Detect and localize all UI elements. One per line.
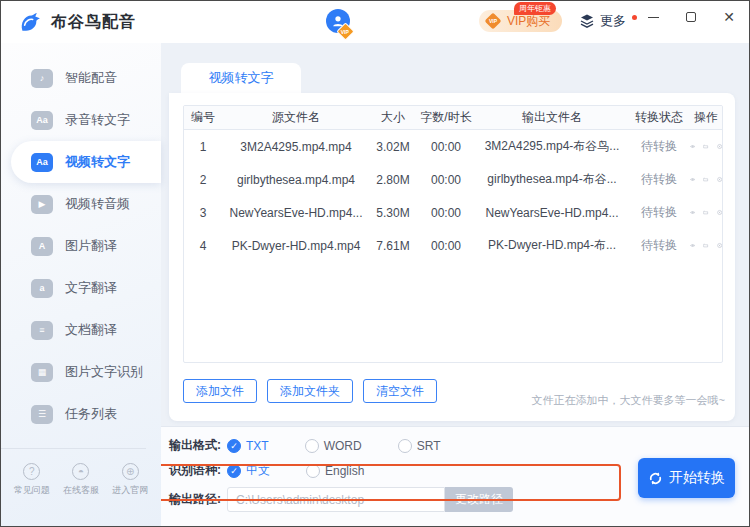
sidebar-item-label: 任务列表 <box>65 405 117 423</box>
image-ocr-icon: ▦ <box>31 363 53 382</box>
delete-icon[interactable] <box>717 139 722 154</box>
preview-eye-icon[interactable] <box>690 172 695 187</box>
official-site-link[interactable]: ⊕ 进入官网 <box>112 463 148 497</box>
close-button[interactable]: ✕ <box>721 9 737 25</box>
status-badge: 待转换 <box>628 138 690 155</box>
more-menu-button[interactable]: 更多 <box>579 12 637 30</box>
output-path-input[interactable] <box>227 487 445 512</box>
radio-chinese[interactable]: ✓ 中文 <box>227 462 270 479</box>
add-folder-button[interactable]: 添加文件夹 <box>267 379 353 403</box>
output-path-row: 输出路径: 更改路径 <box>169 487 513 512</box>
delete-icon[interactable] <box>717 205 722 220</box>
tab-video-to-text[interactable]: 视频转文字 <box>181 63 301 93</box>
sidebar: ♪ 智能配音 Aa 录音转文字 Aa 视频转文字 ▶ 视频转音频 A 图片翻译 … <box>1 43 161 527</box>
vip-diamond-icon: VIP <box>485 13 502 30</box>
question-icon: ? <box>23 463 40 480</box>
open-folder-icon[interactable] <box>703 172 708 187</box>
cell-output: NewYearsEve-HD.mp4... <box>476 206 628 220</box>
cell-size: 3.02M <box>370 140 416 154</box>
audio-to-text-icon: Aa <box>31 111 53 130</box>
headset-icon: ◓ <box>72 463 89 480</box>
col-header-status: 转换状态 <box>628 109 690 126</box>
cell-output: 3M2A4295.mp4-布谷鸟... <box>476 138 628 155</box>
table-row: 1 3M2A4295.mp4.mp4 3.02M 00:00 3M2A4295.… <box>184 130 722 163</box>
cell-source: NewYearsEve-HD.mp4... <box>222 206 370 220</box>
sidebar-item-video-to-text[interactable]: Aa 视频转文字 <box>11 141 161 183</box>
start-convert-button[interactable]: 开始转换 <box>638 458 735 498</box>
online-support-label: 在线客服 <box>63 484 99 497</box>
output-format-row: 输出格式: ✓ TXT WORD SRT <box>169 437 476 454</box>
cell-size: 7.61M <box>370 239 416 253</box>
sidebar-item-label: 图片翻译 <box>65 237 117 255</box>
start-convert-label: 开始转换 <box>669 469 725 487</box>
cell-source: 3M2A4295.mp4.mp4 <box>222 140 370 154</box>
language-row: 识别语种: ✓ 中文 English <box>169 462 400 479</box>
sidebar-item-label: 文档翻译 <box>65 321 117 339</box>
radio-txt[interactable]: ✓ TXT <box>227 439 269 453</box>
app-title: 布谷鸟配音 <box>51 12 136 33</box>
col-header-no: 编号 <box>184 109 222 126</box>
clear-files-button[interactable]: 清空文件 <box>363 379 437 403</box>
sidebar-item-label: 智能配音 <box>65 69 117 87</box>
delete-icon[interactable] <box>717 172 722 187</box>
layers-icon <box>579 13 595 29</box>
cell-no: 2 <box>184 173 222 187</box>
col-header-source: 源文件名 <box>222 109 370 126</box>
table-row: 3 NewYearsEve-HD.mp4... 5.30M 00:00 NewY… <box>184 196 722 229</box>
faq-label: 常见问题 <box>14 484 50 497</box>
sidebar-item-image-translate[interactable]: A 图片翻译 <box>1 225 161 267</box>
table-row: 2 girlbythesea.mp4.mp4 2.80M 00:00 girlb… <box>184 163 722 196</box>
cell-source: girlbythesea.mp4.mp4 <box>222 173 370 187</box>
open-folder-icon[interactable] <box>703 139 708 154</box>
sidebar-divider <box>1 448 146 449</box>
title-bar: 布谷鸟配音 VIP VIP VIP购买 周年钜惠 更多 ✕ <box>1 1 749 43</box>
cell-duration: 00:00 <box>416 173 476 187</box>
official-site-label: 进入官网 <box>112 484 148 497</box>
video-to-audio-icon: ▶ <box>31 195 53 214</box>
image-translate-icon: A <box>31 237 53 256</box>
sidebar-item-label: 文字翻译 <box>65 279 117 297</box>
video-to-text-icon: Aa <box>31 153 53 172</box>
sidebar-item-image-ocr[interactable]: ▦ 图片文字识别 <box>1 351 161 393</box>
cell-output: girlbythesea.mp4-布谷... <box>476 171 628 188</box>
status-badge: 待转换 <box>628 171 690 188</box>
notification-dot <box>632 15 637 20</box>
faq-link[interactable]: ? 常见问题 <box>14 463 50 497</box>
open-folder-icon[interactable] <box>703 205 708 220</box>
sidebar-item-label: 录音转文字 <box>65 111 130 129</box>
adding-files-hint: 文件正在添加中，大文件要多等一会哦~ <box>532 393 725 408</box>
radio-english[interactable]: English <box>306 464 364 478</box>
sidebar-item-doc-translate[interactable]: ≡ 文档翻译 <box>1 309 161 351</box>
add-file-button[interactable]: 添加文件 <box>183 379 257 403</box>
convert-sync-icon <box>648 471 663 486</box>
cell-source: PK-Dwyer-HD.mp4.mp4 <box>222 239 370 253</box>
cell-no: 4 <box>184 239 222 253</box>
preview-eye-icon[interactable] <box>690 238 695 253</box>
maximize-button[interactable] <box>683 9 699 25</box>
preview-eye-icon[interactable] <box>690 139 695 154</box>
delete-icon[interactable] <box>717 238 722 253</box>
table-header-row: 编号 源文件名 大小 字数/时长 输出文件名 转换状态 操作 <box>184 106 722 130</box>
output-format-label: 输出格式: <box>169 437 227 454</box>
preview-eye-icon[interactable] <box>690 205 695 220</box>
sidebar-item-smart-dubbing[interactable]: ♪ 智能配音 <box>1 57 161 99</box>
language-label: 识别语种: <box>169 462 227 479</box>
radio-srt[interactable]: SRT <box>398 439 441 453</box>
radio-word[interactable]: WORD <box>305 439 362 453</box>
sidebar-item-text-translate[interactable]: a 文字翻译 <box>1 267 161 309</box>
open-folder-icon[interactable] <box>703 238 708 253</box>
sidebar-item-label: 图片文字识别 <box>65 363 143 381</box>
table-row: 4 PK-Dwyer-HD.mp4.mp4 7.61M 00:00 PK-Dwy… <box>184 229 722 262</box>
output-path-label: 输出路径: <box>169 491 227 508</box>
sidebar-item-task-list[interactable]: ☰ 任务列表 <box>1 393 161 435</box>
online-support-link[interactable]: ◓ 在线客服 <box>63 463 99 497</box>
cell-size: 2.80M <box>370 173 416 187</box>
sidebar-item-audio-to-text[interactable]: Aa 录音转文字 <box>1 99 161 141</box>
sidebar-item-video-to-audio[interactable]: ▶ 视频转音频 <box>1 183 161 225</box>
bird-logo-icon <box>17 9 43 35</box>
change-path-button[interactable]: 更改路径 <box>445 487 513 512</box>
minimize-button[interactable] <box>645 9 661 25</box>
cell-duration: 00:00 <box>416 239 476 253</box>
radio-checked-icon: ✓ <box>227 464 241 478</box>
cell-size: 5.30M <box>370 206 416 220</box>
